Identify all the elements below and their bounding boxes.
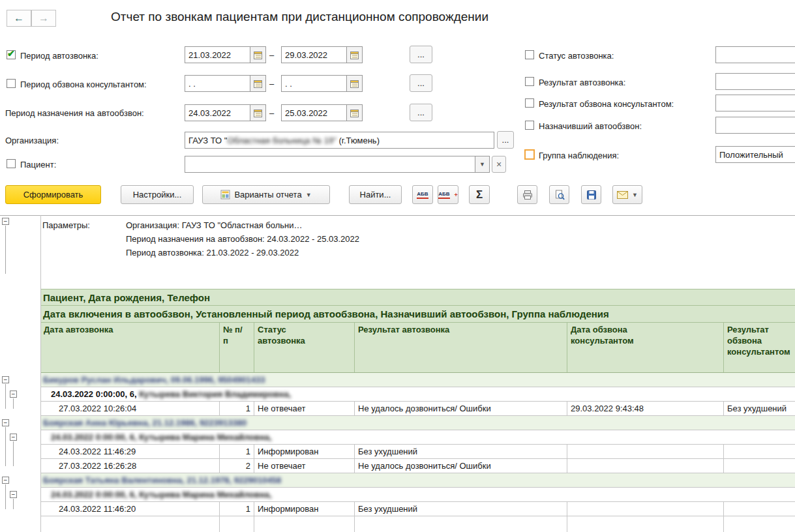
cell-number[interactable]: 1 — [220, 502, 254, 516]
autocall-subgroup-row[interactable]: 24.03.2022 0:00:00, 6, Кутырева Марина М… — [40, 430, 795, 445]
period-consult-checkbox[interactable] — [7, 79, 16, 88]
period-auto-to-input[interactable]: 29.03.2022 — [281, 46, 347, 63]
cell-status[interactable]: Информирован — [254, 445, 355, 459]
patient-group-row[interactable]: Бикуров Руслан Ильдарович, 09.06.1996, 9… — [40, 373, 795, 387]
period-consult-label: Период обзвона консультантом: — [20, 80, 147, 89]
calendar-button[interactable] — [250, 46, 266, 63]
collapse-group-button[interactable] — [2, 477, 9, 484]
column-header-autocall-date[interactable]: Дата автозвонка — [40, 323, 220, 372]
autocall-subgroup-row[interactable]: 24.03.2022 0:00:00, 6, Кутырева Виктория… — [40, 387, 795, 402]
observe-group-field[interactable]: Положительный — [715, 146, 795, 163]
patient-group-row[interactable]: Боярская Анна Юрьевна, 21.12.1986, 92239… — [40, 416, 795, 430]
column-header-autocall-result[interactable]: Результат автозвонка — [355, 323, 567, 372]
collapse-subgroup-button[interactable] — [10, 491, 17, 498]
patient-group-row[interactable]: Боярская Татьяна Валентиновна, 21.12.197… — [40, 473, 795, 488]
cell-empty[interactable] — [567, 516, 724, 532]
cell-autocall-date[interactable]: 24.03.2022 11:46:20 — [40, 502, 220, 516]
cell-autocall-result[interactable]: Без ухудшений — [355, 445, 567, 459]
band-patient-header[interactable]: Пациент, Дата рождения, Телефон — [40, 289, 795, 306]
cell-consult-date[interactable]: 29.03.2022 9:43:48 — [567, 402, 724, 416]
cell-autocall-result[interactable]: Не удалось дозвониться/ Ошибки — [355, 402, 567, 416]
period-consult-more-button[interactable]: ... — [410, 74, 432, 92]
organization-more-button[interactable]: ... — [497, 131, 514, 149]
cell-consult-date[interactable] — [567, 502, 724, 516]
collapse-parameters-button[interactable] — [2, 218, 9, 225]
calendar-button[interactable] — [250, 104, 266, 121]
find-button[interactable]: Найти... — [349, 185, 402, 204]
patient-checkbox[interactable] — [7, 159, 16, 168]
cell-empty[interactable] — [355, 516, 567, 532]
spellcheck-add-button[interactable]: АБВ+ — [438, 185, 458, 204]
cell-consult-result[interactable] — [724, 445, 795, 459]
period-consult-to-input[interactable]: . . — [281, 75, 347, 92]
column-header-status[interactable]: Статус автозвонка — [254, 323, 355, 372]
collapse-group-button[interactable] — [2, 376, 9, 383]
cell-status[interactable]: Информирован — [254, 502, 355, 516]
result-consult-checkbox[interactable] — [525, 98, 534, 108]
print-button[interactable] — [517, 185, 537, 204]
result-consult-field[interactable] — [715, 95, 795, 111]
result-auto-checkbox[interactable] — [525, 77, 534, 86]
period-assign-from-input[interactable]: 24.03.2022 — [185, 104, 250, 121]
period-auto-checkbox[interactable] — [7, 50, 16, 59]
patient-clear-button[interactable]: × — [492, 156, 506, 173]
save-button[interactable] — [581, 185, 601, 204]
calendar-button[interactable] — [250, 75, 266, 92]
cell-consult-date[interactable] — [567, 445, 724, 459]
forward-button[interactable]: → — [31, 10, 56, 27]
collapse-group-button[interactable] — [2, 419, 9, 426]
assigner-field[interactable] — [715, 117, 795, 134]
calendar-button[interactable] — [347, 75, 363, 92]
observe-group-checkbox[interactable] — [524, 149, 535, 160]
period-auto-from-input[interactable]: 21.03.2022 — [185, 46, 250, 63]
column-header-consult-result[interactable]: Результат обзвона консультантом — [724, 323, 795, 372]
calendar-button[interactable] — [347, 46, 363, 63]
generate-button[interactable]: Сформировать — [5, 185, 101, 204]
autosum-button[interactable]: Σ — [469, 185, 490, 204]
assigner-checkbox[interactable] — [525, 121, 534, 130]
period-assign-to-input[interactable]: 25.03.2022 — [281, 104, 347, 121]
calendar-icon — [254, 80, 262, 88]
settings-button[interactable]: Настройки... — [121, 185, 194, 204]
report-variants-button[interactable]: Варианты отчета ▼ — [202, 185, 330, 204]
back-button[interactable]: ← — [7, 10, 31, 27]
collapse-subgroup-button[interactable] — [10, 391, 17, 398]
period-auto-more-button[interactable]: ... — [410, 46, 432, 63]
period-assign-more-button[interactable]: ... — [410, 104, 432, 121]
cell-empty[interactable] — [220, 516, 254, 532]
autocall-subgroup-row[interactable]: 24.03.2022 0:00:00, 6, Кутырева Марина М… — [40, 488, 795, 502]
cell-autocall-result[interactable]: Без ухудшений — [355, 502, 567, 516]
result-auto-field[interactable] — [715, 73, 795, 90]
cell-consult-result[interactable]: Без ухудшений — [724, 402, 795, 416]
cell-empty[interactable] — [724, 516, 795, 532]
organization-field[interactable]: ГАУЗ ТО "Областная больница № 19" (г.Тюм… — [185, 132, 494, 149]
cell-autocall-date[interactable]: 24.03.2022 11:46:29 — [40, 445, 220, 459]
cell-consult-result[interactable] — [724, 502, 795, 516]
cell-consult-date[interactable] — [567, 459, 724, 473]
cell-status[interactable]: Не отвечает — [254, 402, 355, 416]
cell-status[interactable]: Не отвечает — [254, 459, 355, 473]
cell-number[interactable]: 1 — [220, 402, 254, 416]
send-mail-button[interactable]: ▼ — [612, 185, 642, 204]
period-consult-from-input[interactable]: . . — [185, 75, 250, 92]
cell-autocall-result[interactable]: Не удалось дозвониться/ Ошибки — [355, 459, 567, 473]
patient-input[interactable] — [185, 156, 475, 173]
cell-autocall-date[interactable]: 27.03.2022 16:26:28 — [40, 459, 220, 473]
column-header-number[interactable]: № п/п — [220, 323, 254, 372]
envelope-icon — [617, 191, 628, 199]
spellcheck-button[interactable]: АБВ — [412, 185, 433, 204]
cell-empty[interactable] — [254, 516, 355, 532]
cell-number[interactable]: 2 — [220, 459, 254, 473]
cell-empty[interactable] — [40, 516, 220, 532]
cell-autocall-date[interactable]: 27.03.2022 10:26:04 — [40, 402, 220, 416]
band-inclusion-header[interactable]: Дата включения в автообзвон, Установленн… — [40, 306, 795, 323]
column-header-consult-date[interactable]: Дата обзвона консультантом — [567, 323, 724, 372]
collapse-subgroup-button[interactable] — [10, 434, 17, 441]
status-auto-field[interactable] — [715, 46, 795, 63]
status-auto-checkbox[interactable] — [525, 50, 534, 59]
patient-dropdown-button[interactable]: ▼ — [475, 156, 490, 173]
cell-consult-result[interactable] — [724, 459, 795, 473]
cell-number[interactable]: 1 — [220, 445, 254, 459]
print-preview-button[interactable] — [549, 185, 569, 204]
calendar-button[interactable] — [347, 104, 363, 121]
